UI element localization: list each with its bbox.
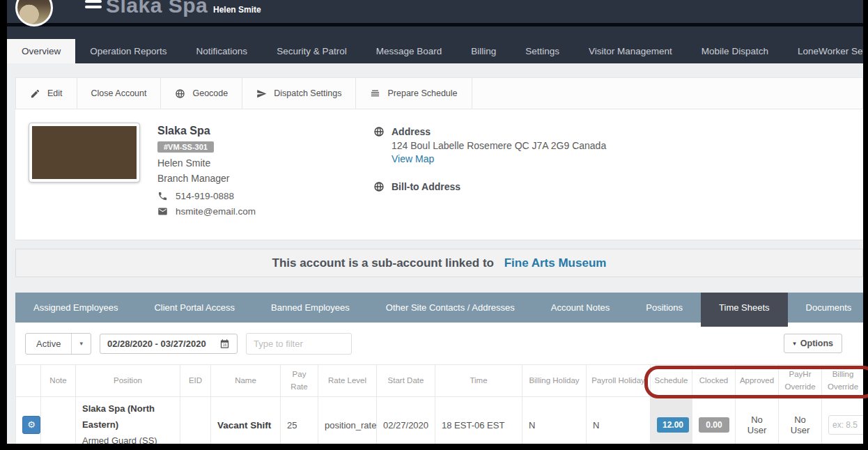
col-eid: EID (180, 365, 211, 397)
app-header: Slaka Spa Helen Smite (7, 0, 863, 26)
cell-position: Slaka Spa (North Eastern) Armed Guard (S… (76, 397, 180, 444)
globe-icon (373, 126, 385, 137)
parent-account-link[interactable]: Fine Arts Museum (504, 256, 607, 270)
subtab-positions[interactable]: Positions (628, 293, 701, 323)
address-label: Address (392, 126, 431, 137)
cell-time: 18 EST-06 EST (435, 397, 522, 444)
account-info: Slaka Spa #VM-SS-301 Helen Smite Branch … (157, 123, 354, 227)
position-role: Armed Guard (SS) (82, 433, 173, 444)
text-filter-input[interactable] (246, 333, 352, 355)
close-account-button[interactable]: Close Account (77, 78, 162, 109)
app-page: Slaka Spa Helen Smite Overview Operation… (7, 0, 863, 444)
cell-payroll-holiday: N (587, 397, 651, 444)
page-title: Slaka Spa (106, 0, 208, 17)
status-filter-value[interactable]: Active (26, 334, 71, 354)
col-clocked: Clocked (692, 365, 736, 397)
row-settings-button[interactable]: ⚙ (22, 416, 40, 434)
cell-rate-level: position_rate (318, 397, 377, 444)
col-rate-level: Rate Level (318, 365, 377, 397)
col-billing-override: Billing Override (822, 365, 864, 397)
col-start-date: Start Date (377, 365, 435, 397)
billto-header: Bill-to Address (373, 181, 606, 192)
cell-clocked: 0.00 (692, 397, 736, 444)
col-time: Time (435, 365, 522, 397)
edit-button[interactable]: Edit (16, 78, 77, 109)
col-name: Name (211, 365, 281, 397)
tab-visitor-management[interactable]: Visitor Management (574, 39, 687, 63)
email-icon (157, 206, 168, 217)
account-avatar[interactable] (15, 0, 53, 26)
subtab-documents[interactable]: Documents (788, 293, 863, 323)
menu-icon[interactable] (85, 0, 102, 11)
caret-down-icon: ▾ (793, 340, 796, 347)
options-button[interactable]: ▾ Options (784, 334, 842, 353)
date-range-picker[interactable]: 02/28/2020 - 03/27/2020 16 (100, 334, 238, 354)
caret-down-icon[interactable]: ▾ (71, 334, 91, 354)
tab-operation-reports[interactable]: Operation Reports (75, 39, 181, 63)
tab-mobile-dispatch[interactable]: Mobile Dispatch (687, 39, 783, 63)
cell-pay-rate: 25 (281, 397, 318, 444)
cell-eid (180, 397, 211, 444)
subaccount-banner: This account is a sub-account linked to … (15, 249, 863, 277)
cell-note (41, 397, 76, 444)
col-position: Position (76, 365, 180, 397)
tab-loneworker-setup[interactable]: LoneWorker Setup (783, 39, 863, 63)
cell-billing-override (822, 397, 864, 444)
phone-number: 514-919-0888 (176, 191, 234, 201)
email-row: hsmite@email.com (157, 206, 354, 217)
address-header: Address (373, 126, 606, 137)
col-schedule: Schedule (651, 365, 692, 397)
cell-start-date: 02/27/2020 (377, 397, 435, 444)
geocode-button[interactable]: Geocode (161, 78, 242, 109)
timesheets-panel: Active ▾ 02/28/2020 - 03/27/2020 16 ▾ Op… (15, 323, 863, 444)
subtab-client-portal-access[interactable]: Client Portal Access (136, 293, 253, 323)
tab-notifications[interactable]: Notifications (182, 39, 263, 63)
view-map-link[interactable]: View Map (392, 153, 434, 164)
dispatch-settings-button[interactable]: Dispatch Settings (242, 78, 356, 109)
position-site: Slaka Spa (North Eastern) (82, 401, 173, 433)
tab-overview[interactable]: Overview (7, 39, 75, 63)
tab-message-board[interactable]: Message Board (362, 39, 457, 63)
col-note: Note (41, 365, 76, 397)
account-subtabs: Assigned Employees Client Portal Access … (15, 293, 863, 323)
schedule-hours-badge[interactable]: 12.00 (657, 417, 689, 433)
cell-payhr-override: No User (779, 397, 822, 444)
banner-text: This account is a sub-account linked to (272, 256, 494, 270)
phone-row: 514-919-0888 (157, 191, 354, 201)
billing-override-input[interactable] (828, 415, 863, 435)
clocked-hours-badge[interactable]: 0.00 (699, 417, 729, 433)
globe-icon (175, 88, 185, 99)
tab-security-patrol[interactable]: Security & Patrol (262, 39, 362, 63)
calendar-icon: 16 (219, 339, 230, 349)
col-payhr-override: PayHr Override (779, 365, 822, 397)
filter-row: Active ▾ 02/28/2020 - 03/27/2020 16 ▾ Op… (15, 323, 863, 364)
account-photo[interactable] (29, 123, 139, 182)
prepare-schedule-button[interactable]: Prepare Schedule (356, 78, 472, 109)
gear-icon: ⚙ (27, 419, 36, 430)
contact-name: Helen Smite (157, 155, 354, 171)
subtab-time-sheets[interactable]: Time Sheets (701, 293, 788, 327)
tab-settings[interactable]: Settings (511, 39, 574, 63)
cell-approved: No User (736, 397, 779, 444)
cell-name: Vacant Shift (211, 397, 281, 444)
timesheets-table: Note Position EID Name Pay Rate Rate Lev… (15, 364, 863, 444)
subtab-banned-employees[interactable]: Banned Employees (253, 293, 368, 323)
email-address: hsmite@email.com (176, 206, 256, 217)
pencil-icon (30, 88, 40, 99)
subtab-account-notes[interactable]: Account Notes (533, 293, 628, 323)
tab-billing[interactable]: Billing (456, 39, 511, 63)
account-name: Slaka Spa (157, 123, 354, 137)
main-nav: Overview Operation Reports Notifications… (7, 26, 863, 63)
status-filter-dropdown[interactable]: Active ▾ (25, 333, 91, 355)
table-header-row: Note Position EID Name Pay Rate Rate Lev… (16, 365, 864, 397)
cell-billing-holiday: N (522, 397, 587, 444)
date-range-value: 02/28/2020 - 03/27/2020 (107, 339, 206, 349)
svg-text:16: 16 (223, 343, 227, 347)
subtab-assigned-employees[interactable]: Assigned Employees (15, 293, 136, 323)
account-id-badge: #VM-SS-301 (157, 141, 214, 153)
address-block: Address 124 Boul Labelle Rosemere QC J7A… (373, 123, 606, 227)
subtab-other-site-contacts[interactable]: Other Site Contacts / Addresses (368, 293, 533, 323)
address-line: 124 Boul Labelle Rosemere QC J7A 2G9 Can… (392, 140, 606, 151)
billto-label: Bill-to Address (392, 181, 460, 192)
col-pay-rate: Pay Rate (281, 365, 318, 397)
